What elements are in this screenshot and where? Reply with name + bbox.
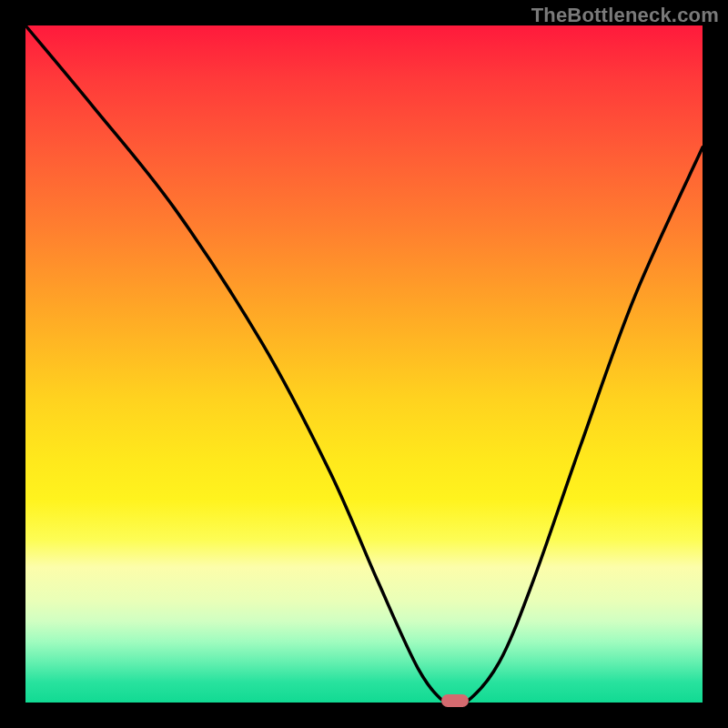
plot-area bbox=[25, 25, 703, 703]
watermark-text: TheBottleneck.com bbox=[531, 4, 719, 27]
bottleneck-curve bbox=[25, 25, 703, 703]
chart-frame: TheBottleneck.com bbox=[0, 0, 728, 728]
optimum-marker bbox=[441, 694, 469, 707]
